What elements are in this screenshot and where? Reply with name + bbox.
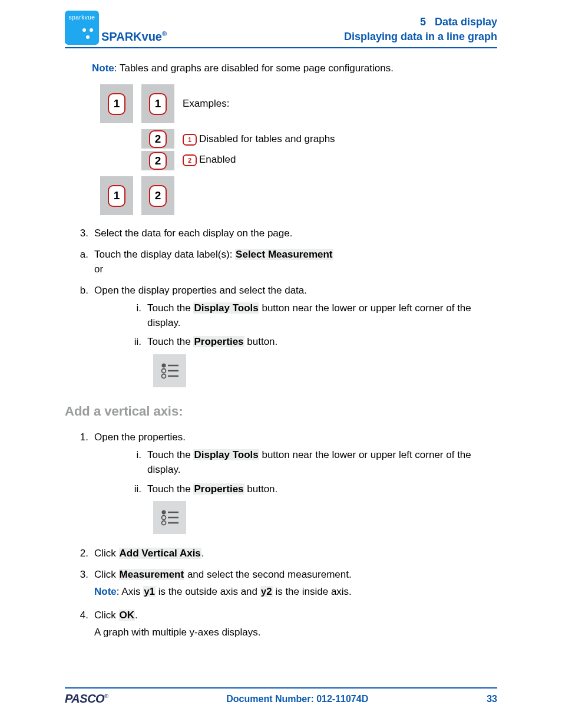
highlight-ok: OK — [119, 610, 135, 621]
svg-point-8 — [162, 521, 166, 525]
svg-point-2 — [162, 374, 166, 378]
figure-row-3: 1 2 — [100, 176, 497, 215]
text-fragment: button. — [244, 483, 278, 495]
pasco-logo-icon: PASCO® — [65, 692, 108, 706]
step-text: Open the display properties and select t… — [94, 283, 497, 393]
note-label: Note — [92, 62, 114, 74]
step-b-ii: ii. Touch the Properties button. — [124, 335, 497, 350]
legend-badge-1-icon: 1 — [183, 134, 197, 146]
layout-thumb-half: 2 — [141, 151, 174, 170]
step-text: Open the properties. i. Touch the Displa… — [94, 430, 497, 540]
axis-step-1-i: i. Touch the Display Tools button near t… — [124, 448, 497, 477]
layout-thumb: 1 — [141, 84, 174, 123]
callout-badge-1: 1 — [108, 93, 125, 115]
list-marker: ii. — [124, 335, 147, 350]
figure-row-1: 1 1 Examples: — [100, 84, 497, 123]
logo-small-text: sparkvue — [65, 14, 99, 21]
layout-thumb-stack: 2 2 — [141, 129, 174, 170]
highlight-display-tools: Display Tools — [193, 449, 259, 460]
list-marker: ii. — [124, 482, 147, 497]
text-fragment: is the outside axis and — [156, 586, 260, 597]
step-text: Click OK. A graph with multiple y-axes d… — [94, 608, 497, 643]
step-text: Touch the Properties button. — [147, 335, 497, 350]
highlight-select-measurement: Select Measurement — [235, 249, 333, 260]
legend-text-1: Disabled for tables and graphs — [199, 133, 335, 144]
text-fragment: . — [135, 610, 138, 621]
text-fragment: Open the display properties and select t… — [94, 285, 307, 296]
list-marker: 3. — [65, 226, 94, 241]
svg-point-0 — [162, 363, 166, 367]
layout-thumb: 2 — [141, 176, 174, 215]
properties-button-icon — [153, 354, 186, 387]
svg-point-6 — [162, 510, 166, 515]
highlight-display-tools: Display Tools — [193, 302, 259, 314]
step-b-i: i. Touch the Display Tools button near t… — [124, 301, 497, 330]
step-text: Touch the Display Tools button near the … — [147, 448, 497, 477]
page-number: 33 — [487, 694, 497, 704]
registered-mark: ® — [162, 30, 167, 37]
legend-line-2: 2Enabled — [183, 154, 335, 166]
list-marker: i. — [124, 301, 147, 330]
axis-step-2: 2. Click Add Vertical Axis. — [65, 546, 497, 561]
sparkvue-logo-icon: sparkvue — [65, 11, 99, 45]
text-fragment: is the inside axis. — [273, 586, 352, 597]
list-marker: 2. — [65, 546, 94, 561]
list-marker: a. — [65, 247, 94, 277]
brand-text: PASCO — [65, 692, 104, 705]
step-3: 3. Select the data for each display on t… — [65, 226, 497, 241]
list-marker: i. — [124, 448, 147, 477]
list-marker: b. — [65, 283, 94, 393]
text-fragment: Touch the — [147, 302, 193, 314]
axis-step-1-ii: ii. Touch the Properties button. — [124, 482, 497, 497]
text-fragment: button. — [244, 336, 278, 347]
layout-thumb: 1 — [100, 84, 133, 123]
sub-steps: i. Touch the Display Tools button near t… — [124, 448, 497, 496]
text-fragment: Touch the — [147, 449, 193, 460]
step-a: a. Touch the display data label(s): Sele… — [65, 247, 497, 277]
subsection-title: Displaying data in a line graph — [344, 29, 497, 44]
text-fragment: Click — [94, 548, 119, 559]
svg-point-1 — [162, 368, 166, 373]
callout-badge-2: 2 — [149, 185, 167, 207]
step-text: Touch the Display Tools button near the … — [147, 301, 497, 330]
step-text: Select the data for each display on the … — [94, 226, 497, 241]
figure-legend: 1Disabled for tables and graphs 2Enabled — [183, 131, 335, 168]
axis-step-1: 1. Open the properties. i. Touch the Dis… — [65, 430, 497, 540]
axis-step-3: 3. Click Measurement and select the seco… — [65, 567, 497, 602]
callout-badge-1: 1 — [108, 185, 125, 207]
page-footer: PASCO® Document Number: 012-11074D 33 — [65, 687, 497, 706]
legend-text-2: Enabled — [199, 154, 236, 165]
step-text: Click Measurement and select the second … — [94, 567, 497, 602]
callout-badge-1: 1 — [149, 93, 167, 115]
list-marker: 4. — [65, 608, 94, 643]
page: sparkvue SPARKvue® 5 Data display Displa… — [0, 0, 562, 728]
legend-badge-2-icon: 2 — [183, 154, 197, 166]
callout-badge-2: 2 — [149, 130, 167, 148]
layout-thumb-half: 2 — [141, 129, 174, 149]
text-fragment: : Axis — [117, 586, 143, 597]
section-heading-add-axis: Add a vertical axis: — [65, 404, 497, 419]
list-marker: 3. — [65, 567, 94, 602]
text-or: or — [94, 263, 103, 275]
section-title: Data display — [435, 16, 497, 28]
text-fragment: Touch the display data label(s): — [94, 249, 235, 260]
header-right: 5 Data display Displaying data in a line… — [344, 15, 497, 45]
add-axis-steps: 1. Open the properties. i. Touch the Dis… — [65, 430, 497, 643]
highlight-y1: y1 — [143, 586, 156, 597]
result-text: A graph with multiple y-axes displays. — [94, 625, 497, 640]
highlight-add-vertical-axis: Add Vertical Axis — [119, 548, 201, 559]
product-name: SPARKvue® — [101, 30, 167, 45]
section-line: 5 Data display — [344, 15, 497, 29]
note-paragraph: Note: Tables and graphs are disabled for… — [92, 62, 497, 74]
figure-row-2: 2 2 1Disabled for tables and graphs 2Ena… — [100, 129, 497, 170]
text-fragment: Touch the — [147, 483, 193, 495]
text-fragment: Click — [94, 610, 119, 621]
page-header: sparkvue SPARKvue® 5 Data display Displa… — [65, 11, 497, 48]
note-text: : Tables and graphs are disabled for som… — [114, 62, 394, 74]
list-marker: 1. — [65, 430, 94, 540]
document-number: Document Number: 012-11074D — [226, 694, 368, 704]
text-fragment: . — [201, 548, 204, 559]
step-text: Touch the display data label(s): Select … — [94, 247, 497, 277]
text-fragment: and select the second measurement. — [184, 569, 352, 580]
svg-point-7 — [162, 516, 166, 520]
